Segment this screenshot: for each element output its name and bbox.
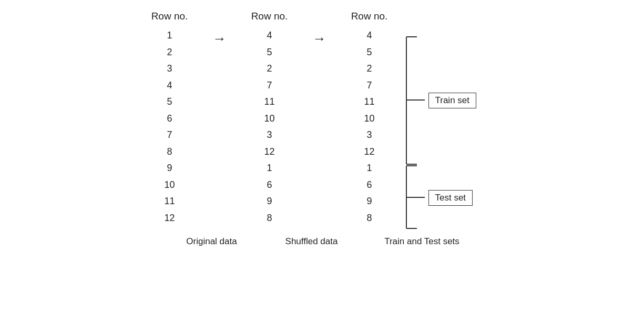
list-item: 9 (164, 160, 175, 177)
list-item: 2 (264, 61, 274, 77)
list-item: 12 (264, 144, 274, 161)
list-item: 10 (364, 111, 374, 127)
list-item: 1 (264, 160, 274, 177)
list-item: 5 (164, 94, 175, 111)
list-item: 10 (164, 177, 175, 194)
list-item: 7 (164, 127, 175, 144)
split-column: Row no. 452711103121698 (338, 11, 401, 226)
list-item: 8 (164, 144, 175, 161)
list-item: 12 (164, 210, 175, 227)
list-item: 8 (264, 210, 274, 227)
list-item: 9 (264, 193, 274, 210)
arrow2: → (301, 11, 338, 47)
original-header: Row no. (151, 11, 188, 22)
shuffled-label: Shuffled data (280, 236, 343, 247)
list-item: 2 (164, 44, 175, 61)
list-item: 1 (164, 27, 175, 44)
diagram-container: Row no. 123456789101112 → Row no. 452711… (0, 0, 644, 310)
list-item: 3 (264, 127, 274, 144)
shuffled-label-text: Shuffled data (285, 236, 338, 246)
list-item: 12 (364, 144, 374, 161)
list-item: 2 (364, 61, 374, 77)
original-column: Row no. 123456789101112 (138, 11, 201, 226)
list-item: 9 (364, 193, 374, 210)
list-item: 8 (364, 210, 374, 227)
brackets-area: Train set Test set (401, 11, 506, 221)
shuffled-values: 452711103121698 (264, 27, 274, 226)
spacer2 (343, 236, 380, 247)
list-item: 5 (264, 44, 274, 61)
list-item: 6 (164, 111, 175, 127)
spacer1 (243, 236, 280, 247)
split-header: Row no. (351, 11, 388, 22)
list-item: 6 (364, 177, 374, 194)
list-item: 4 (364, 27, 374, 44)
original-label-text: Original data (186, 236, 237, 246)
original-values: 123456789101112 (164, 27, 175, 226)
brackets-svg (401, 36, 506, 246)
test-set-label: Test set (428, 190, 473, 206)
list-item: 1 (364, 160, 374, 177)
columns-area: Row no. 123456789101112 → Row no. 452711… (0, 11, 644, 226)
list-item: 3 (364, 127, 374, 144)
original-label: Original data (180, 236, 243, 247)
list-item: 11 (264, 94, 274, 111)
shuffled-header: Row no. (251, 11, 288, 22)
list-item: 4 (164, 77, 175, 94)
arrow1-symbol: → (213, 31, 227, 47)
list-item: 11 (164, 193, 175, 210)
list-item: 7 (264, 77, 274, 94)
list-item: 4 (264, 27, 274, 44)
list-item: 10 (264, 111, 274, 127)
list-item: 5 (364, 44, 374, 61)
list-item: 7 (364, 77, 374, 94)
shuffled-column: Row no. 452711103121698 (238, 11, 301, 226)
list-item: 6 (264, 177, 274, 194)
list-item: 3 (164, 61, 175, 77)
arrow2-symbol: → (313, 31, 326, 47)
list-item: 11 (364, 94, 374, 111)
bottom-labels: Original data Shuffled data Train and Te… (0, 236, 644, 247)
arrow1: → (201, 11, 238, 47)
train-set-label: Train set (428, 93, 477, 108)
split-values: 452711103121698 (364, 27, 374, 226)
